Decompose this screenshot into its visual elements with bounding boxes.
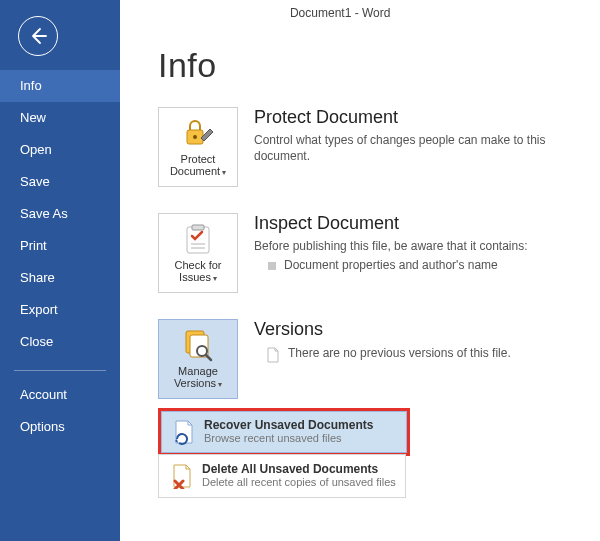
sidebar-item-info[interactable]: Info	[0, 70, 120, 102]
sidebar-separator	[14, 370, 106, 371]
documents-magnifier-icon	[180, 327, 216, 363]
inspect-document-desc: Before publishing this file, be aware th…	[254, 238, 528, 254]
chevron-down-icon: ▾	[222, 167, 226, 179]
chevron-down-icon: ▾	[218, 379, 222, 391]
delete-document-icon	[169, 463, 195, 489]
svg-point-1	[193, 135, 197, 139]
protect-document-desc: Control what types of changes people can…	[254, 132, 594, 164]
manage-versions-dropdown: Recover Unsaved Documents Browse recent …	[158, 408, 410, 456]
delete-desc: Delete all recent copies of unsaved file…	[202, 476, 396, 489]
sidebar-item-options[interactable]: Options	[0, 411, 120, 443]
svg-rect-2	[187, 227, 209, 253]
sidebar-item-print[interactable]: Print	[0, 230, 120, 262]
page-title: Info	[158, 46, 600, 85]
protect-document-button[interactable]: Protect Document▾	[158, 107, 238, 187]
svg-rect-3	[192, 225, 204, 230]
sidebar-item-account[interactable]: Account	[0, 379, 120, 411]
recover-desc: Browse recent unsaved files	[204, 432, 373, 445]
back-button[interactable]	[18, 16, 58, 56]
checklist-icon	[181, 222, 215, 256]
versions-title: Versions	[254, 319, 511, 340]
recover-unsaved-documents-item[interactable]: Recover Unsaved Documents Browse recent …	[161, 411, 407, 453]
versions-desc: There are no previous versions of this f…	[288, 346, 511, 360]
sidebar-item-save[interactable]: Save	[0, 166, 120, 198]
sidebar-item-export[interactable]: Export	[0, 294, 120, 326]
chevron-down-icon: ▾	[213, 273, 217, 285]
recover-title: Recover Unsaved Documents	[204, 418, 373, 432]
manage-versions-button[interactable]: Manage Versions▾	[158, 319, 238, 399]
protect-document-label: Protect Document	[170, 153, 220, 177]
check-for-issues-button[interactable]: Check for Issues▾	[158, 213, 238, 293]
window-title: Document1 - Word	[290, 6, 390, 20]
delete-title: Delete All Unsaved Documents	[202, 462, 396, 476]
back-arrow-icon	[28, 26, 48, 46]
sidebar-item-close[interactable]: Close	[0, 326, 120, 358]
sidebar-item-save-as[interactable]: Save As	[0, 198, 120, 230]
inspect-bullet-text: Document properties and author's name	[284, 258, 498, 272]
sidebar-item-share[interactable]: Share	[0, 262, 120, 294]
manage-versions-dropdown-extra: Delete All Unsaved Documents Delete all …	[158, 454, 406, 498]
document-small-icon	[266, 347, 280, 363]
manage-versions-label: Manage Versions	[174, 365, 218, 389]
lock-key-icon	[181, 116, 215, 150]
protect-document-title: Protect Document	[254, 107, 594, 128]
sidebar-item-open[interactable]: Open	[0, 134, 120, 166]
inspect-document-title: Inspect Document	[254, 213, 528, 234]
delete-unsaved-documents-item[interactable]: Delete All Unsaved Documents Delete all …	[159, 455, 405, 497]
recover-document-icon	[171, 419, 197, 445]
sidebar-item-new[interactable]: New	[0, 102, 120, 134]
bullet-icon	[268, 262, 276, 270]
backstage-sidebar: Info New Open Save Save As Print Share E…	[0, 0, 120, 541]
